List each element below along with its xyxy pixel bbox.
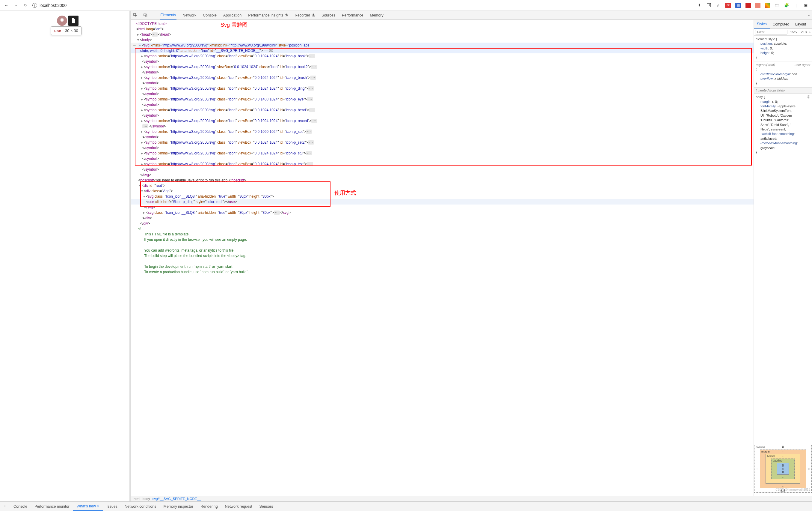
css-rules[interactable]: element.style {position: absolute;width:… (754, 36, 812, 442)
dom-line[interactable]: <use xlink:href="#icon-p_ding" style="co… (130, 199, 754, 205)
dom-line[interactable]: The build step will place the bundled sc… (130, 253, 754, 259)
dom-line[interactable]: ▸<symbol xmlns="http://www.w3.org/2000/s… (130, 140, 754, 145)
address-bar[interactable]: i localhost:3000 (32, 3, 66, 8)
css-rule[interactable]: svg:not(:root)user agent{overflow-clip-m… (754, 61, 812, 87)
dom-line[interactable]: If you open it directly in the browser, … (130, 237, 754, 242)
more-tabs-icon[interactable]: » (808, 13, 810, 18)
dom-line[interactable]: <!-- (130, 226, 754, 232)
dom-line[interactable]: ▸<symbol xmlns="http://www.w3.org/2000/s… (130, 151, 754, 156)
dom-line[interactable]: olute; width: 0; height: 0" aria-hidden=… (130, 48, 754, 53)
dom-line[interactable]: </symbol> (130, 167, 754, 172)
dom-line[interactable]: ▾<body> (130, 37, 754, 43)
devtools-tab-recorder[interactable]: Recorder ⚗ (294, 11, 316, 20)
site-info-icon[interactable]: i (32, 3, 37, 8)
breadcrumb-item[interactable]: svg#__SVG_SPRITE_NODE__ (152, 497, 201, 501)
drawer-menu-icon[interactable]: ⋮ (0, 504, 10, 509)
dom-line[interactable]: </div> (130, 215, 754, 221)
dom-line[interactable]: ▾<div id="root"> (130, 183, 754, 188)
breadcrumb-item[interactable]: html (134, 497, 140, 501)
translate-icon[interactable]: 🄶 (706, 3, 711, 8)
drawer-tab-console[interactable]: Console (10, 502, 31, 511)
add-rule-button[interactable]: + (809, 30, 811, 34)
forward-icon[interactable]: → (13, 3, 19, 8)
dom-breadcrumb[interactable]: htmlbodysvg#__SVG_SPRITE_NODE__ (130, 496, 812, 502)
dom-line[interactable]: This HTML file is a template. (130, 232, 754, 237)
dom-line[interactable] (130, 242, 754, 248)
ext-cal-icon[interactable]: ▦ (735, 3, 741, 8)
dom-line[interactable]: ▾<svg class="Icon_icon__SLQ8i" aria-hidd… (130, 194, 754, 199)
ublock-icon[interactable] (746, 3, 751, 8)
devtools-tab-network[interactable]: Network (182, 11, 197, 20)
dom-line[interactable]: <!DOCTYPE html> (130, 21, 754, 26)
ext-color-icon[interactable] (765, 3, 770, 8)
dom-line[interactable]: ▸<svg class="Icon_icon__SLQ8i" aria-hidd… (130, 210, 754, 215)
drawer-tab-rendering[interactable]: Rendering (197, 502, 222, 511)
elements-dom-tree[interactable]: Svg 雪碧图 <!DOCTYPE html> <html lang="en">… (130, 20, 754, 496)
devtools-tab-console[interactable]: Console (202, 11, 217, 20)
dom-line[interactable] (130, 259, 754, 264)
dom-line[interactable]: ▸<symbol xmlns="http://www.w3.org/2000/s… (130, 107, 754, 113)
dom-line[interactable]: ▸<symbol xmlns="http://www.w3.org/2000/s… (130, 53, 754, 59)
styles-tab-styles[interactable]: Styles (754, 20, 770, 28)
close-icon[interactable]: ✕ (97, 504, 99, 508)
inspect-icon[interactable] (133, 13, 138, 18)
dom-line[interactable]: </div> (130, 221, 754, 226)
css-rule[interactable]: body {ⓘmargin: ▸ 0;font-family: -apple-s… (754, 93, 812, 156)
dom-line[interactable]: </symbol> (130, 156, 754, 161)
drawer-tab-memory-inspector[interactable]: Memory inspector (160, 502, 197, 511)
dom-line[interactable]: <noscript>You need to enable JavaScript … (130, 178, 754, 183)
dom-line[interactable]: </symbol> (130, 102, 754, 107)
devtools-tab-performance-insights[interactable]: Performance insights ⚗ (248, 11, 289, 20)
dom-line[interactable]: ▾<div class="App"> (130, 188, 754, 194)
css-rule[interactable]: element.style {position: absolute;width:… (754, 36, 812, 61)
drawer-tab-performance-monitor[interactable]: Performance monitor (31, 502, 73, 511)
drawer-tab-network-request[interactable]: Network request (222, 502, 256, 511)
dom-line[interactable]: </symbol> (130, 70, 754, 75)
dom-line[interactable]: </symbol> (130, 113, 754, 118)
bookmark-icon[interactable]: ☆ (716, 3, 721, 8)
dom-line[interactable]: </symbol> (130, 59, 754, 64)
devtools-tab-application[interactable]: Application (223, 11, 242, 20)
dom-line[interactable]: To create a production bundle, use `npm … (130, 269, 754, 275)
devtools-tab-memory[interactable]: Memory (370, 11, 384, 20)
dom-line[interactable]: ▸<head>⋯</head> (130, 32, 754, 37)
dom-line[interactable]: ▸<symbol xmlns="http://www.w3.org/2000/s… (130, 118, 754, 124)
drawer-tab-issues[interactable]: Issues (103, 502, 121, 511)
dom-line[interactable]: ⋯ ▾<svg xmlns="http://www.w3.org/2000/sv… (130, 43, 754, 48)
dom-line[interactable]: <html lang="en"> (130, 26, 754, 32)
dom-line[interactable]: You can add webfonts, meta tags, or anal… (130, 248, 754, 253)
dom-line[interactable]: ▸<symbol xmlns="http://www.w3.org/2000/s… (130, 75, 754, 80)
extensions-icon[interactable]: 🧩 (784, 3, 789, 8)
dom-line[interactable]: </symbol> (130, 145, 754, 151)
preview-ding-icon[interactable] (57, 16, 67, 26)
dom-line[interactable]: ▸<symbol xmlns="http://www.w3.org/2000/s… (130, 97, 754, 102)
ext-orange-icon[interactable] (755, 3, 760, 8)
device-toggle-icon[interactable] (143, 13, 148, 18)
info-icon[interactable]: ⓘ (807, 95, 810, 99)
dom-line[interactable]: </svg> (130, 172, 754, 178)
preview-doc-icon[interactable] (68, 16, 79, 26)
drawer-tab-what's-new[interactable]: What's new✕ (73, 502, 103, 511)
dom-line[interactable]: </symbol> (130, 91, 754, 97)
back-icon[interactable]: ← (4, 3, 9, 8)
dom-line[interactable]: ▸<symbol xmlns="http://www.w3.org/2000/s… (130, 64, 754, 70)
dom-line[interactable]: </svg> (130, 205, 754, 210)
tag-icon[interactable]: ⬚ (774, 3, 780, 8)
ext-fe-icon[interactable]: FE (725, 3, 731, 8)
drawer-tab-network-conditions[interactable]: Network conditions (121, 502, 160, 511)
styles-tab-computed[interactable]: Computed (770, 20, 792, 28)
install-icon[interactable]: ⬇ (696, 3, 702, 8)
devtools-tab-elements[interactable]: Elements (160, 11, 176, 20)
styles-filter-input[interactable] (755, 30, 787, 34)
dom-line[interactable]: </symbol> (130, 134, 754, 140)
dom-line[interactable]: ▸<symbol xmlns="http://www.w3.org/2000/s… (130, 86, 754, 91)
dom-line[interactable]: ⋯ </symbol> (130, 124, 754, 129)
dom-line[interactable]: </symbol> (130, 80, 754, 86)
devtools-tab-sources[interactable]: Sources (321, 11, 336, 20)
styles-tab-layout[interactable]: Layout (792, 20, 809, 28)
devtools-tab-performance[interactable]: Performance (341, 11, 364, 20)
reload-icon[interactable]: ⟳ (23, 3, 28, 8)
cls-button[interactable]: .cls (799, 30, 807, 34)
drawer-tab-sensors[interactable]: Sensors (256, 502, 277, 511)
hov-button[interactable]: :hov (789, 30, 797, 34)
